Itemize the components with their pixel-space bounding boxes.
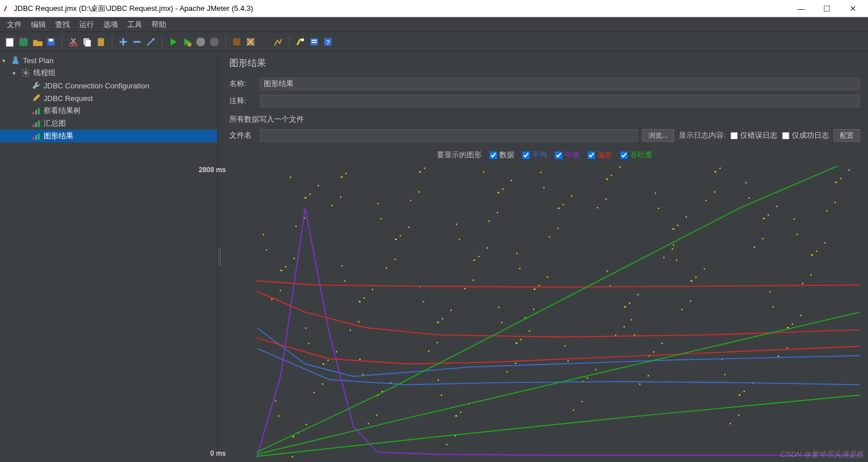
copy-icon[interactable] <box>81 36 93 48</box>
window-title: JDBC Request.jmx (D:\桌面\JDBC Request.jmx… <box>14 3 253 14</box>
save-icon[interactable] <box>45 36 57 48</box>
y-min-label: 0 ms <box>210 449 226 457</box>
svg-rect-171 <box>629 302 630 304</box>
tree-node-1[interactable]: ▾线程组 <box>0 67 217 79</box>
svg-rect-9 <box>85 40 91 46</box>
legend-item-3[interactable]: 偏差 <box>588 150 612 160</box>
config-button[interactable]: 配置 <box>834 129 860 142</box>
svg-rect-168 <box>605 199 607 200</box>
cut-icon[interactable] <box>67 36 80 48</box>
menu-6[interactable]: 帮助 <box>147 18 171 31</box>
clear-all-icon[interactable] <box>244 36 257 48</box>
tree-node-0[interactable]: ▾Test Plan <box>0 54 217 67</box>
svg-rect-28 <box>33 125 34 127</box>
svg-rect-157 <box>544 187 545 188</box>
minimize-button[interactable]: — <box>788 1 814 17</box>
templates-icon[interactable] <box>17 36 30 48</box>
file-section-label: 所有数据写入一个文件 <box>221 110 868 127</box>
svg-rect-136 <box>488 220 490 222</box>
svg-rect-220 <box>802 283 803 284</box>
new-icon[interactable] <box>3 36 16 48</box>
success-only-checkbox[interactable]: 仅成功日志 <box>782 130 829 141</box>
svg-rect-163 <box>568 360 569 362</box>
name-input[interactable] <box>260 77 860 90</box>
svg-rect-161 <box>595 369 596 370</box>
clear-icon[interactable] <box>230 36 243 48</box>
svg-rect-60 <box>811 254 813 255</box>
add-icon[interactable] <box>117 36 130 48</box>
svg-rect-75 <box>310 193 311 195</box>
svg-rect-218 <box>793 219 795 220</box>
window-titlebar: JDBC Request.jmx (D:\桌面\JDBC Request.jmx… <box>0 0 868 17</box>
svg-rect-167 <box>619 166 620 168</box>
svg-rect-195 <box>720 168 721 169</box>
settings-icon[interactable] <box>308 36 320 48</box>
browse-button[interactable]: 浏览... <box>642 129 674 142</box>
legend-item-1[interactable]: 平均 <box>522 150 547 160</box>
remove-icon[interactable] <box>131 36 143 48</box>
menu-0[interactable]: 文件 <box>2 18 26 31</box>
svg-rect-170 <box>607 270 608 271</box>
svg-rect-52 <box>624 306 626 308</box>
filename-input[interactable] <box>260 129 638 142</box>
svg-rect-93 <box>363 297 365 298</box>
legend-item-4[interactable]: 吞吐量 <box>620 150 652 160</box>
close-button[interactable]: ✕ <box>840 1 866 17</box>
toolbar: ? <box>0 32 868 52</box>
menu-4[interactable]: 选项 <box>99 18 123 31</box>
error-only-checkbox[interactable]: 仅错误日志 <box>730 130 777 141</box>
svg-rect-68 <box>275 400 276 401</box>
maximize-button[interactable]: ☐ <box>814 1 840 17</box>
svg-rect-104 <box>377 203 378 204</box>
legend-item-2[interactable]: 中值 <box>555 150 580 160</box>
showlog-label: 显示日志内容: <box>679 130 726 141</box>
svg-rect-10 <box>98 38 104 46</box>
open-icon[interactable] <box>31 36 44 48</box>
svg-rect-57 <box>739 394 741 395</box>
tree-label: 汇总图 <box>44 118 66 129</box>
svg-rect-207 <box>768 214 769 215</box>
svg-rect-121 <box>423 301 424 302</box>
svg-rect-219 <box>816 251 817 252</box>
tree-label: 察看结果树 <box>44 106 81 116</box>
stop-icon[interactable] <box>194 36 207 48</box>
svg-rect-43 <box>437 322 439 323</box>
start-icon[interactable] <box>167 36 179 48</box>
svg-rect-146 <box>516 253 517 254</box>
svg-point-12 <box>187 42 191 46</box>
shutdown-icon[interactable] <box>208 36 221 48</box>
tree-label: 图形结果 <box>44 131 73 141</box>
tree-node-3[interactable]: JDBC Request <box>0 92 217 104</box>
paste-icon[interactable] <box>95 36 107 48</box>
start-no-icon[interactable] <box>181 36 193 48</box>
svg-rect-64 <box>271 298 272 300</box>
svg-rect-100 <box>368 423 369 424</box>
jmeter-icon <box>2 5 10 13</box>
tree-node-2[interactable]: JDBC Connection Configuration <box>0 79 217 92</box>
svg-rect-130 <box>464 288 466 289</box>
search-icon[interactable] <box>258 36 271 48</box>
menu-2[interactable]: 查找 <box>50 18 75 31</box>
svg-rect-153 <box>562 204 564 205</box>
tree-node-4[interactable]: 察看结果树 <box>0 104 217 117</box>
menu-3[interactable]: 运行 <box>75 18 99 31</box>
pencil-icon <box>31 94 41 103</box>
svg-rect-84 <box>322 383 323 385</box>
expand-icon[interactable] <box>144 36 157 48</box>
comment-input[interactable] <box>260 95 860 107</box>
svg-rect-140 <box>498 306 499 308</box>
svg-marker-14 <box>210 37 218 45</box>
menu-1[interactable]: 编辑 <box>26 18 50 31</box>
menu-5[interactable]: 工具 <box>123 18 147 31</box>
tree-node-5[interactable]: 汇总图 <box>0 117 217 130</box>
svg-rect-58 <box>763 218 765 219</box>
help-icon[interactable]: ? <box>322 36 334 48</box>
svg-rect-211 <box>748 197 749 199</box>
svg-rect-119 <box>451 310 452 311</box>
legend-item-0[interactable]: 数据 <box>490 150 514 160</box>
svg-rect-187 <box>658 208 659 209</box>
watermark: CSDN @繁华尽头满是殇 <box>780 449 863 460</box>
clear-search-icon[interactable] <box>294 36 307 48</box>
tree-node-6[interactable]: 图形结果 <box>0 130 217 142</box>
func-icon[interactable] <box>272 36 284 48</box>
